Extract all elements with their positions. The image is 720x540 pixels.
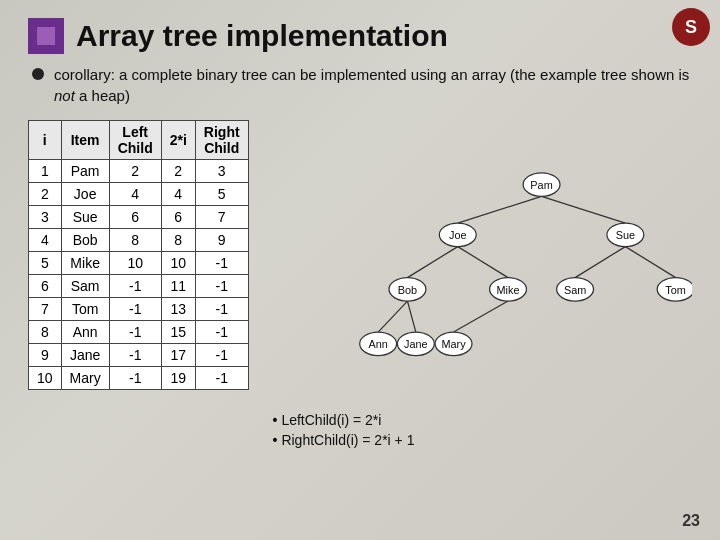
tree-edge <box>407 301 415 332</box>
tree-edge <box>407 247 457 278</box>
table-cell: 15 <box>161 321 195 344</box>
table-cell: -1 <box>109 367 161 390</box>
table-cell: 10 <box>29 367 62 390</box>
tree-edge <box>625 247 675 278</box>
tree-edge <box>575 247 625 278</box>
table-cell: 7 <box>195 206 248 229</box>
table-cell: -1 <box>109 321 161 344</box>
bullet-section: corollary: a complete binary tree can be… <box>28 64 692 106</box>
table-row: 9Jane-117-1 <box>29 344 249 367</box>
legend-item-1: LeftChild(i) = 2*i <box>273 412 692 428</box>
table-cell: 5 <box>195 183 248 206</box>
table-cell: 3 <box>29 206 62 229</box>
table-cell: 2 <box>29 183 62 206</box>
svg-text:Mary: Mary <box>441 338 466 350</box>
table-cell: 9 <box>195 229 248 252</box>
table-cell: 6 <box>29 275 62 298</box>
table-cell: Joe <box>61 183 109 206</box>
table-cell: Mary <box>61 367 109 390</box>
table-cell: 11 <box>161 275 195 298</box>
legend-item-2: RightChild(i) = 2*i + 1 <box>273 432 692 448</box>
table-row: 5Mike1010-1 <box>29 252 249 275</box>
legend: LeftChild(i) = 2*i RightChild(i) = 2*i +… <box>265 412 692 448</box>
table-cell: Tom <box>61 298 109 321</box>
tree-node: Bob <box>389 278 426 301</box>
col-2i: 2*i <box>161 121 195 160</box>
table-cell: 2 <box>109 160 161 183</box>
tree-node: Tom <box>657 278 692 301</box>
main-content: i Item LeftChild 2*i RightChild 1Pam2232… <box>28 120 692 452</box>
table-row: 2Joe445 <box>29 183 249 206</box>
table-cell: 1 <box>29 160 62 183</box>
table-cell: 10 <box>161 252 195 275</box>
col-i: i <box>29 121 62 160</box>
tree-edge <box>541 196 625 223</box>
table-cell: 8 <box>109 229 161 252</box>
svg-text:Mike: Mike <box>496 284 519 296</box>
table-cell: Bob <box>61 229 109 252</box>
tree-node: Sam <box>556 278 593 301</box>
table-cell: Ann <box>61 321 109 344</box>
table-cell: Pam <box>61 160 109 183</box>
table-row: 4Bob889 <box>29 229 249 252</box>
col-left: LeftChild <box>109 121 161 160</box>
tree-node: Ann <box>359 332 396 355</box>
tree-edge <box>457 196 541 223</box>
table-cell: -1 <box>195 344 248 367</box>
tree-node: Pam <box>523 173 560 196</box>
table-cell: -1 <box>195 367 248 390</box>
title-icon-inner <box>37 27 55 45</box>
svg-text:Jane: Jane <box>404 338 428 350</box>
bullet-text2: a heap) <box>75 87 130 104</box>
title-icon <box>28 18 64 54</box>
svg-text:Bob: Bob <box>397 284 416 296</box>
table-cell: 6 <box>161 206 195 229</box>
table-cell: 6 <box>109 206 161 229</box>
table-cell: Mike <box>61 252 109 275</box>
table-row: 6Sam-111-1 <box>29 275 249 298</box>
table-cell: 17 <box>161 344 195 367</box>
tree-node: Mary <box>435 332 472 355</box>
svg-text:Tom: Tom <box>665 284 686 296</box>
title-bar: Array tree implementation <box>28 18 692 54</box>
table-cell: 19 <box>161 367 195 390</box>
page-number: 23 <box>682 512 700 530</box>
svg-text:Pam: Pam <box>530 179 552 191</box>
table-cell: 5 <box>29 252 62 275</box>
slide: S Array tree implementation corollary: a… <box>0 0 720 540</box>
bullet-italic: not <box>54 87 75 104</box>
tree-diagram: PamJoeSueBobMikeSamTomAnnJaneMary <box>265 120 692 400</box>
table-cell: 4 <box>29 229 62 252</box>
table-cell: 8 <box>29 321 62 344</box>
table-cell: 9 <box>29 344 62 367</box>
array-table: i Item LeftChild 2*i RightChild 1Pam2232… <box>28 120 249 390</box>
col-item: Item <box>61 121 109 160</box>
tree-node: Joe <box>439 223 476 246</box>
table-row: 8Ann-115-1 <box>29 321 249 344</box>
col-right: RightChild <box>195 121 248 160</box>
tree-edge <box>378 301 407 332</box>
table-cell: 10 <box>109 252 161 275</box>
table-cell: 4 <box>161 183 195 206</box>
table-cell: -1 <box>195 298 248 321</box>
tree-section: PamJoeSueBobMikeSamTomAnnJaneMary LeftCh… <box>265 120 692 452</box>
tree-edge <box>453 301 507 332</box>
table-cell: 8 <box>161 229 195 252</box>
table-cell: -1 <box>195 275 248 298</box>
bullet-text: corollary: a complete binary tree can be… <box>54 64 692 106</box>
bullet-text1: corollary: a complete binary tree can be… <box>54 66 689 83</box>
svg-text:Joe: Joe <box>449 229 467 241</box>
table-row: 10Mary-119-1 <box>29 367 249 390</box>
table-cell: -1 <box>195 321 248 344</box>
tree-node: Jane <box>397 332 434 355</box>
table-cell: -1 <box>195 252 248 275</box>
table-cell: 2 <box>161 160 195 183</box>
tree-node: Mike <box>489 278 526 301</box>
tree-edge <box>457 247 507 278</box>
table-row: 1Pam223 <box>29 160 249 183</box>
svg-text:Ann: Ann <box>368 338 387 350</box>
logo-icon: S <box>672 8 710 46</box>
bullet-dot <box>32 68 44 80</box>
table-cell: -1 <box>109 298 161 321</box>
table-cell: Sam <box>61 275 109 298</box>
